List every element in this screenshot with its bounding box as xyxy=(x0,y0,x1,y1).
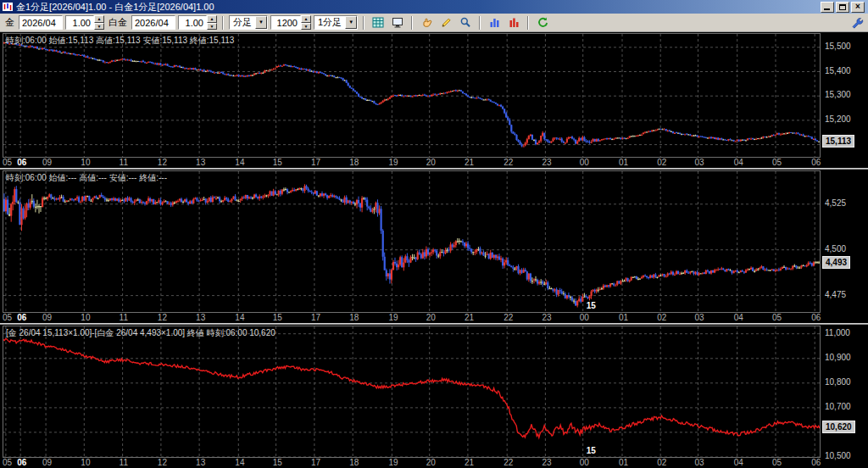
platinum-chart-panel: 時刻:06:00 始値:--- 高値:--- 安値:--- 終値:--- 15 … xyxy=(0,170,868,323)
platinum-ratio-input[interactable] xyxy=(178,15,207,30)
time-axis-label: 10 xyxy=(81,458,90,467)
time-axis-label: 05 xyxy=(772,313,782,322)
time-axis-label: 20 xyxy=(426,158,436,167)
time-axis-label: 01 xyxy=(619,313,628,322)
bar-count-spin-up[interactable]: ▲ xyxy=(301,15,311,23)
y-axis-label: 15,200 xyxy=(825,114,851,124)
bar-count-spin-down[interactable]: ▼ xyxy=(301,23,311,31)
time-axis-label: 17 xyxy=(311,158,320,167)
chevron-down-icon[interactable]: ▼ xyxy=(345,16,357,29)
time-axis-label: 22 xyxy=(504,313,513,322)
time-axis-label: 04 xyxy=(734,458,743,467)
refresh-button[interactable] xyxy=(534,15,551,31)
time-axis-label: 23 xyxy=(542,458,551,467)
toolbar-separator xyxy=(222,16,224,30)
time-axis-label: 12 xyxy=(158,158,167,167)
settings-button[interactable] xyxy=(849,15,865,31)
zoom-tool-button[interactable] xyxy=(457,15,474,31)
time-axis-label: 01 xyxy=(619,458,628,467)
toolbar-separator xyxy=(411,16,413,30)
time-axis-label: 14 xyxy=(235,458,244,467)
time-axis-label: 15 xyxy=(273,158,282,167)
time-axis-label: 10 xyxy=(81,158,90,167)
time-axis-label: 11 xyxy=(120,313,128,322)
gold-plot-area[interactable]: 時刻:06:00 始値:15,113 高値:15,113 安値:15,113 終… xyxy=(3,33,821,158)
platinum-candlestick-chart[interactable] xyxy=(3,171,820,312)
time-axis-label: 00 xyxy=(580,458,589,467)
time-axis-label: 05 xyxy=(3,313,12,322)
last-price-box: 15,113 xyxy=(822,135,854,148)
maximize-icon xyxy=(839,4,846,10)
time-axis-label: 18 xyxy=(349,458,359,467)
time-axis-label: 04 xyxy=(734,313,743,322)
platinum-ratio-spin-up[interactable]: ▲ xyxy=(207,15,217,23)
platinum-contract-input[interactable] xyxy=(131,15,175,30)
y-axis-label: 15,500 xyxy=(825,42,851,51)
gold-ratio-spin-down[interactable]: ▼ xyxy=(94,23,104,31)
platinum-time-axis: 0506091011121314151718192021222300010203… xyxy=(3,312,825,323)
gold-ratio-input[interactable] xyxy=(65,15,94,30)
time-axis-label: 21 xyxy=(465,458,474,467)
chevron-down-icon[interactable]: ▼ xyxy=(255,16,267,29)
time-axis-label: 03 xyxy=(695,458,704,467)
spread-plot-area[interactable]: [金 26/04 15,113×1.00]-[白金 26/04 4,493×1.… xyxy=(3,326,821,458)
gold-chart-panel: 時刻:06:00 始値:15,113 高値:15,113 安値:15,113 終… xyxy=(0,32,868,168)
time-axis-label: 11 xyxy=(120,458,128,467)
chart-style-blue-button[interactable] xyxy=(486,15,503,31)
y-axis-label: 10,800 xyxy=(825,377,851,387)
y-axis-label: 4,500 xyxy=(825,244,846,254)
y-axis-label: 10,500 xyxy=(825,451,851,460)
chart-style-red-button[interactable] xyxy=(505,15,522,31)
screen-layout-button[interactable] xyxy=(389,15,406,31)
toolbar-separator xyxy=(479,16,481,30)
time-axis-label: 09 xyxy=(42,313,52,322)
gold-candlestick-chart[interactable] xyxy=(3,34,820,157)
grid-view-button[interactable] xyxy=(370,15,387,31)
pan-tool-button[interactable] xyxy=(418,15,435,31)
spread-line-chart[interactable] xyxy=(3,326,820,457)
time-axis-label: 14 xyxy=(235,158,244,167)
close-button[interactable]: × xyxy=(851,2,865,13)
draw-tool-button[interactable] xyxy=(437,15,454,31)
maximize-button[interactable] xyxy=(836,2,849,13)
time-axis-label: 06 xyxy=(17,458,26,467)
time-axis-label: 10 xyxy=(81,313,90,322)
gold-time-axis: 0506091011121314151718192021222300010203… xyxy=(3,157,825,168)
gold-contract-input[interactable] xyxy=(19,15,63,30)
window-titlebar[interactable]: 金1分足[2026/04]1.00 - 白金1分足[2026/04]1.00 × xyxy=(0,0,868,14)
time-axis-label: 09 xyxy=(42,458,52,467)
time-axis-label: 11 xyxy=(120,158,128,167)
hand-icon xyxy=(421,17,432,28)
last-price-box: 4,493 xyxy=(822,256,850,269)
time-axis-label: 18 xyxy=(349,158,359,167)
time-axis-label: 22 xyxy=(504,458,513,467)
platinum-ratio-spin-down[interactable]: ▼ xyxy=(207,23,217,31)
time-axis-label: 06 xyxy=(17,313,26,322)
time-axis-label: 09 xyxy=(42,158,52,167)
period-select[interactable]: 1分足 ▼ xyxy=(314,15,358,30)
gold-ratio-spin-up[interactable]: ▲ xyxy=(94,15,104,23)
time-axis-label: 22 xyxy=(504,158,513,167)
period-type-select[interactable]: 分足 ▼ xyxy=(229,15,268,30)
last-price-box: 10,620 xyxy=(822,421,855,433)
time-axis-label: 12 xyxy=(158,458,167,467)
gold-label: 金 xyxy=(5,16,14,29)
time-axis-label: 23 xyxy=(542,158,551,167)
platinum-plot-area[interactable]: 時刻:06:00 始値:--- 高値:--- 安値:--- 終値:--- 15 xyxy=(3,170,821,313)
time-axis-label: 14 xyxy=(235,313,244,322)
time-axis-label: 23 xyxy=(542,313,551,322)
chart-bars-red-icon xyxy=(509,17,520,28)
time-axis-label: 02 xyxy=(657,158,666,167)
minimize-icon xyxy=(824,8,830,10)
time-axis-label: 20 xyxy=(426,458,436,467)
bar-count-input[interactable] xyxy=(270,15,301,30)
time-axis-label: 02 xyxy=(657,313,666,322)
spread-chart-panel: [金 26/04 15,113×1.00]-[白金 26/04 4,493×1.… xyxy=(0,325,868,468)
time-axis-label: 13 xyxy=(196,313,205,322)
time-axis-label: 06 xyxy=(811,158,821,167)
chart-bars-blue-icon xyxy=(489,17,500,28)
time-axis-label: 02 xyxy=(657,458,666,467)
minimize-button[interactable] xyxy=(821,2,834,13)
zoom-icon xyxy=(459,17,471,28)
time-axis-label: 19 xyxy=(388,313,398,322)
